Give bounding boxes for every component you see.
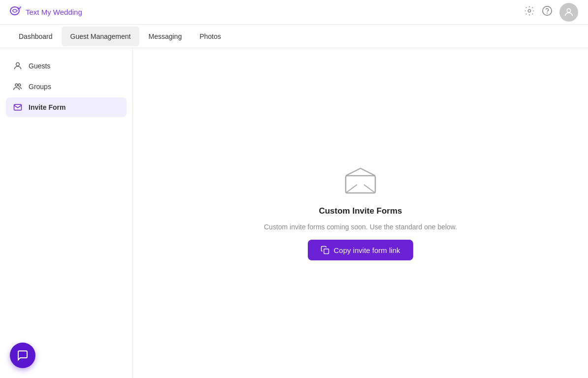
gear-icon[interactable]	[524, 5, 535, 19]
copy-invite-form-link-button[interactable]: Copy invite form link	[308, 240, 413, 260]
main-layout: Guests Groups Invite Form	[0, 48, 588, 378]
envelope-sidebar-icon	[13, 102, 23, 112]
group-icon	[13, 82, 23, 92]
header: Text My Wedding	[0, 0, 588, 25]
custom-invite-forms-subtitle: Custom invite forms coming soon. Use the…	[264, 223, 457, 231]
logo-area: Text My Wedding	[10, 5, 82, 19]
chat-icon	[17, 349, 29, 361]
envelope-open-icon	[343, 166, 378, 197]
invite-form-content: Custom Invite Forms Custom invite forms …	[264, 166, 457, 260]
svg-point-8	[18, 84, 21, 86]
sidebar-item-guests-label: Guests	[29, 62, 50, 70]
svg-point-3	[543, 6, 552, 15]
help-icon[interactable]	[542, 5, 553, 19]
svg-point-7	[15, 84, 18, 86]
logo-icon	[10, 5, 23, 19]
nav-item-dashboard[interactable]: Dashboard	[10, 27, 62, 46]
svg-rect-10	[346, 176, 375, 193]
header-actions	[524, 3, 578, 22]
svg-point-1	[17, 5, 22, 10]
chat-bubble-button[interactable]	[10, 343, 35, 368]
sidebar-item-guests[interactable]: Guests	[6, 56, 127, 76]
sidebar-item-groups[interactable]: Groups	[6, 77, 127, 96]
svg-point-5	[567, 8, 570, 12]
person-icon	[13, 61, 23, 71]
user-avatar-icon[interactable]	[559, 3, 578, 22]
sidebar: Guests Groups Invite Form	[0, 48, 133, 378]
custom-invite-forms-title: Custom Invite Forms	[319, 206, 402, 216]
svg-point-2	[528, 9, 531, 12]
logo-text: Text My Wedding	[26, 8, 82, 16]
nav-item-guest-management[interactable]: Guest Management	[62, 27, 140, 46]
nav-bar: Dashboard Guest Management Messaging Pho…	[0, 25, 588, 48]
main-content: Custom Invite Forms Custom invite forms …	[133, 48, 588, 378]
svg-rect-11	[324, 249, 329, 254]
sidebar-item-invite-form-label: Invite Form	[29, 103, 65, 111]
copy-invite-form-link-label: Copy invite form link	[333, 246, 400, 254]
sidebar-item-groups-label: Groups	[29, 83, 51, 91]
sidebar-item-invite-form[interactable]: Invite Form	[6, 97, 127, 117]
svg-point-6	[16, 63, 20, 66]
nav-item-photos[interactable]: Photos	[191, 27, 230, 46]
nav-item-messaging[interactable]: Messaging	[139, 27, 191, 46]
clipboard-icon	[321, 246, 329, 254]
